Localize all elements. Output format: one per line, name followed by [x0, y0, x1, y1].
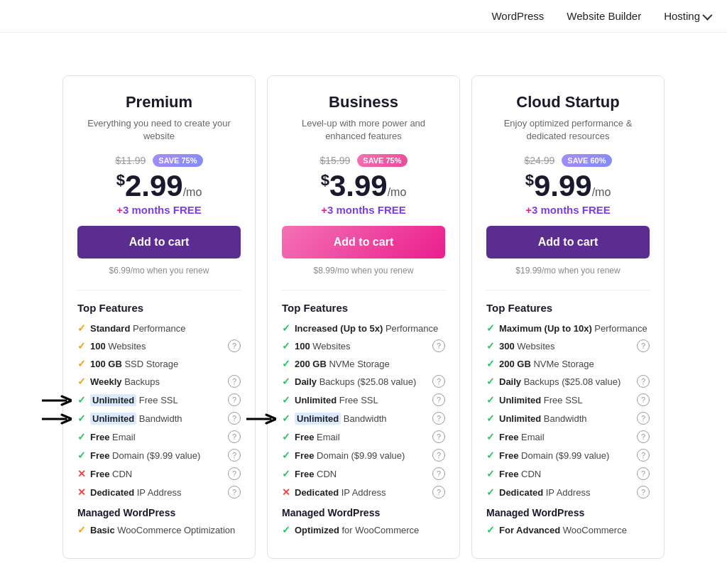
- feature-text: 200 GB NVMe Storage: [499, 359, 594, 369]
- feature-item: ✓ Unlimited Bandwidth ?: [282, 412, 445, 425]
- managed-feature-bold: Basic: [90, 525, 115, 535]
- renew-note: $8.99/mo when you renew: [282, 266, 445, 276]
- nav-hosting[interactable]: Hosting: [664, 10, 710, 22]
- price-row: $24.99 SAVE 60%: [486, 154, 650, 167]
- price-period: /mo: [388, 186, 407, 198]
- plan-subtitle: Everything you need to create your websi…: [77, 117, 241, 143]
- feature-text: Free Domain ($9.99 value): [295, 450, 405, 461]
- check-green-icon: ✓: [282, 394, 290, 405]
- check-yellow-icon: ✓: [77, 340, 86, 352]
- feature-bold-text: Dedicated: [295, 487, 339, 498]
- feature-text: Free Email: [90, 432, 136, 442]
- feature-bold-text: Free: [295, 469, 314, 479]
- currency-symbol: $: [525, 171, 534, 189]
- feature-bold-text: Free: [295, 450, 314, 461]
- plan-card-premium: Premium Everything you need to create yo…: [62, 75, 256, 559]
- add-to-cart-button[interactable]: Add to cart: [486, 226, 650, 258]
- add-to-cart-button[interactable]: Add to cart: [77, 226, 241, 258]
- price-row: $15.99 SAVE 75%: [282, 154, 445, 167]
- price-period: /mo: [592, 186, 611, 198]
- price-row: $11.99 SAVE 75%: [77, 154, 241, 167]
- feature-bold-text: Unlimited: [90, 394, 136, 406]
- info-icon[interactable]: ?: [432, 449, 445, 462]
- info-icon[interactable]: ?: [228, 449, 241, 462]
- feature-bold-text: Weekly: [90, 376, 122, 387]
- info-icon[interactable]: ?: [637, 393, 650, 406]
- info-icon[interactable]: ?: [432, 486, 445, 499]
- feature-item: ✓ Unlimited Free SSL ?: [486, 393, 650, 406]
- feature-item: ✕ Free CDN ?: [77, 467, 241, 480]
- divider: [282, 290, 445, 290]
- feature-text: 200 GB NVMe Storage: [295, 359, 390, 369]
- save-badge: SAVE 75%: [153, 154, 202, 167]
- add-to-cart-button[interactable]: Add to cart: [282, 226, 445, 258]
- info-icon[interactable]: ?: [432, 393, 445, 406]
- info-icon[interactable]: ?: [228, 467, 241, 480]
- feature-bold-text: Increased (Up to 5x): [295, 323, 383, 334]
- managed-feature-item: ✓ Optimized for WooCommerce: [282, 524, 445, 535]
- info-icon[interactable]: ?: [637, 375, 650, 388]
- feature-bold-text: Unlimited: [499, 395, 541, 405]
- divider: [77, 290, 241, 290]
- info-icon[interactable]: ?: [228, 375, 241, 388]
- info-icon[interactable]: ?: [228, 486, 241, 499]
- check-green-icon: ✓: [77, 450, 86, 461]
- feature-bold-text: 200 GB: [499, 359, 531, 369]
- feature-item: ✓ Dedicated IP Address ?: [486, 486, 650, 499]
- managed-feature-text: Basic WooCommerce Optimization: [90, 525, 235, 535]
- nav-wordpress[interactable]: WordPress: [491, 10, 544, 22]
- feature-bold-text: 100 GB: [90, 359, 122, 369]
- feature-item: ✓ Free CDN ?: [486, 467, 650, 480]
- feature-item: ✕ Dedicated IP Address ?: [77, 486, 241, 499]
- feature-text: Weekly Backups: [90, 376, 160, 387]
- feature-text: Free CDN: [295, 469, 337, 479]
- info-icon[interactable]: ?: [637, 430, 650, 443]
- info-icon[interactable]: ?: [432, 430, 445, 443]
- feature-bold-text: Daily: [295, 376, 317, 387]
- save-badge: SAVE 60%: [562, 154, 611, 167]
- check-green-icon: ✓: [282, 358, 290, 369]
- feature-item: ✓ Daily Backups ($25.08 value) ?: [486, 375, 650, 388]
- x-icon: ✕: [77, 486, 86, 498]
- info-icon[interactable]: ?: [432, 339, 445, 352]
- feature-text: 100 GB SSD Storage: [90, 359, 178, 369]
- info-icon[interactable]: ?: [228, 412, 241, 425]
- feature-text: Dedicated IP Address: [90, 487, 181, 498]
- feature-bold-text: 100: [295, 341, 310, 352]
- feature-text: Dedicated IP Address: [295, 487, 386, 498]
- feature-bold-text: Standard: [90, 323, 130, 334]
- managed-feature-item: ✓ For Advanced WooCommerce: [486, 524, 650, 535]
- feature-bold-text: Free: [499, 450, 518, 461]
- check-green-icon: ✓: [282, 340, 290, 352]
- info-icon[interactable]: ?: [637, 467, 650, 480]
- pricing-section: Premium Everything you need to create yo…: [0, 33, 727, 588]
- feature-item: ✓ Weekly Backups ?: [77, 375, 241, 388]
- nav-website-builder[interactable]: Website Builder: [567, 10, 641, 22]
- info-icon[interactable]: ?: [228, 430, 241, 443]
- feature-item: ✓ 100 Websites ?: [282, 339, 445, 352]
- info-icon[interactable]: ?: [228, 339, 241, 352]
- info-icon[interactable]: ?: [432, 467, 445, 480]
- feature-bold-text: Free: [90, 432, 109, 442]
- divider: [486, 290, 650, 290]
- check-yellow-icon: ✓: [77, 376, 86, 387]
- feature-item: ✕ Dedicated IP Address ?: [282, 486, 445, 499]
- feature-text: Daily Backups ($25.08 value): [295, 376, 416, 387]
- managed-feature-bold: For Advanced: [499, 525, 560, 535]
- info-icon[interactable]: ?: [432, 375, 445, 388]
- info-icon[interactable]: ?: [637, 339, 650, 352]
- feature-text: Dedicated IP Address: [499, 487, 590, 498]
- features-title: Top Features: [282, 302, 445, 314]
- managed-features-list: ✓ Basic WooCommerce Optimization: [77, 524, 241, 535]
- info-icon[interactable]: ?: [228, 393, 241, 406]
- info-icon[interactable]: ?: [432, 412, 445, 425]
- feature-text: Maximum (Up to 10x) Performance: [499, 323, 647, 334]
- feature-bold-text: Unlimited: [295, 395, 337, 405]
- info-icon[interactable]: ?: [637, 449, 650, 462]
- info-icon[interactable]: ?: [637, 486, 650, 499]
- feature-item: ✓ Unlimited Bandwidth ?: [77, 412, 241, 425]
- plan-subtitle: Level-up with more power and enhanced fe…: [282, 117, 445, 143]
- feature-item: ✓ Free Domain ($9.99 value) ?: [486, 449, 650, 462]
- info-icon[interactable]: ?: [637, 412, 650, 425]
- feature-text: Increased (Up to 5x) Performance: [295, 323, 438, 334]
